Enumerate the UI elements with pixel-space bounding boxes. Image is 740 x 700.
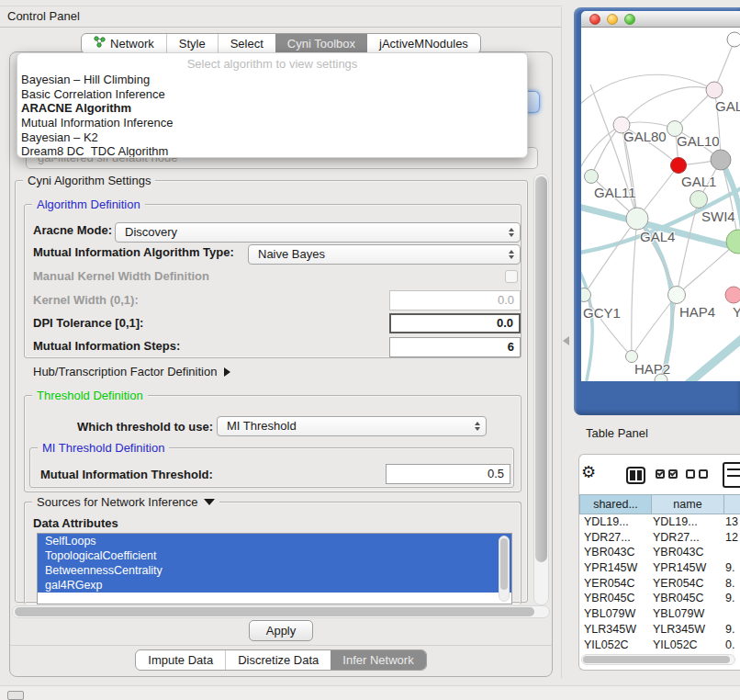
splitter-collapse-icon[interactable] xyxy=(563,336,569,345)
tab-style[interactable]: Style xyxy=(166,34,218,53)
net-node-label: GAL11 xyxy=(594,185,636,200)
net-node-gcy1[interactable] xyxy=(581,288,591,302)
gear-icon[interactable]: ⚙ xyxy=(581,462,596,482)
net-node[interactable] xyxy=(711,150,731,170)
tab-network[interactable]: Network xyxy=(82,34,166,53)
net-node-gal[interactable] xyxy=(706,82,723,98)
mi-algorithm-type-combobox[interactable]: Naive Bayes xyxy=(248,244,521,265)
spinner-icon xyxy=(509,228,514,237)
mi-threshold-field[interactable]: 0.5 xyxy=(386,464,510,484)
tab-label: Select xyxy=(230,34,263,53)
control-panel-title: Control Panel xyxy=(7,9,80,23)
settings-horizontal-scrollbar-thumb[interactable] xyxy=(15,607,534,616)
data-attributes-list[interactable]: SelfLoopsTopologicalCoefficientBetweenne… xyxy=(37,533,512,604)
table-cell xyxy=(723,545,739,560)
list-scrollbar[interactable] xyxy=(499,536,510,602)
table-document-icon[interactable] xyxy=(723,462,740,488)
aracne-mode-combobox[interactable]: Discovery xyxy=(115,222,521,243)
table-row[interactable]: YBL079WYBL079W xyxy=(579,606,739,622)
table-row[interactable]: YDL19...YDL19...13 xyxy=(579,514,739,530)
column-header[interactable]: name xyxy=(651,494,723,514)
table-cell: YER054C xyxy=(579,576,650,592)
minimize-traffic-light-icon[interactable] xyxy=(607,14,618,25)
network-canvas[interactable]: GALGAL80GAL10GAL1GAL11SWI4GAL4GCY1HAP4YH… xyxy=(581,28,740,381)
net-node-label: GAL1 xyxy=(681,174,716,189)
table-row[interactable]: YIL052CYIL052C0. xyxy=(579,638,739,653)
sources-title[interactable]: Sources for Network Inference xyxy=(32,495,219,509)
hub-definition-label: Hub/Transcription Factor Definition xyxy=(33,365,217,378)
net-node-label: Y xyxy=(733,304,740,320)
table-panel-title: Table Panel xyxy=(574,421,740,446)
table-cell: YBR045C xyxy=(650,591,723,606)
table-row[interactable]: YDR27...YDR27...12 xyxy=(579,530,739,546)
which-threshold-label: Which threshold to use: xyxy=(77,420,213,434)
table-cell: YLR345W xyxy=(650,622,723,638)
deselect-all-checkboxes-icon[interactable] xyxy=(686,469,708,479)
zoom-traffic-light-icon[interactable] xyxy=(624,14,635,25)
algorithm-option-bayesian-k2[interactable]: Bayesian – K2 xyxy=(17,130,527,145)
algorithm-option-aracne-algorithm[interactable]: ARACNE Algorithm xyxy=(17,101,527,116)
mi-steps-field[interactable]: 6 xyxy=(389,337,521,357)
net-node[interactable] xyxy=(727,32,740,47)
table-cell: YLR345W xyxy=(579,622,650,638)
column-header[interactable] xyxy=(723,494,740,514)
table-row[interactable]: YER054CYER054C8. xyxy=(579,576,739,592)
algorithm-option-bayesian-hill-climbing[interactable]: Bayesian – Hill Climbing xyxy=(17,73,527,87)
network-window-titlebar[interactable] xyxy=(581,11,740,28)
tab-select[interactable]: Select xyxy=(218,34,275,53)
algorithm-option-mutual-information-inference[interactable]: Mutual Information Inference xyxy=(17,116,527,130)
spinner-icon xyxy=(509,250,514,259)
select-all-checkboxes-icon[interactable] xyxy=(656,469,678,479)
attribute-item[interactable]: gal4RGexp xyxy=(38,578,511,593)
table-cell: 9. xyxy=(723,591,739,606)
net-node-swi4[interactable] xyxy=(690,191,708,209)
column-header[interactable]: shared... xyxy=(579,494,651,514)
net-node-hap4[interactable] xyxy=(668,287,686,304)
attribute-item[interactable]: SelfLoops xyxy=(38,534,511,548)
net-node-label: GAL xyxy=(715,98,740,114)
manual-kernel-width-checkbox[interactable] xyxy=(505,270,518,283)
net-node-gal1[interactable] xyxy=(671,158,687,174)
table-row[interactable]: YLR345WYLR345W9. xyxy=(579,622,739,638)
status-strip xyxy=(0,685,740,700)
which-threshold-combobox[interactable]: MI Threshold xyxy=(217,416,487,436)
table-cell xyxy=(723,606,739,622)
dock-icon[interactable] xyxy=(7,691,24,700)
tab-discretize-data[interactable]: Discretize Data xyxy=(225,650,331,670)
close-traffic-light-icon[interactable] xyxy=(589,14,600,25)
attribute-item[interactable]: TopologicalCoefficient xyxy=(38,548,511,563)
table-horizontal-scrollbar-thumb[interactable] xyxy=(583,656,730,663)
dpi-tolerance-field[interactable]: 0.0 xyxy=(389,313,521,333)
table-cell: 9. xyxy=(723,622,739,638)
net-node-gal4[interactable] xyxy=(626,208,648,230)
attribute-item[interactable]: BetweennessCentrality xyxy=(38,563,511,578)
settings-vertical-scrollbar-thumb[interactable] xyxy=(535,176,547,562)
table-row[interactable]: YBR045CYBR045C9. xyxy=(579,591,739,606)
table-cell: YBL079W xyxy=(579,606,650,622)
algorithm-option-dream8-dc-tdc-algorithm[interactable]: Dream8 DC_TDC Algorithm xyxy=(17,144,527,158)
table-cell: YBR045C xyxy=(579,591,650,606)
table-cell: YBL079W xyxy=(650,606,723,622)
aracne-mode-value: Discovery xyxy=(125,225,177,239)
tab-impute-data[interactable]: Impute Data xyxy=(136,650,225,670)
algorithm-option-basic-correlation-inference[interactable]: Basic Correlation Inference xyxy=(17,87,527,102)
column-view-icon[interactable] xyxy=(626,467,645,484)
sources-title-text: Sources for Network Inference xyxy=(37,495,198,509)
table-row[interactable]: YPR145WYPR145W9. xyxy=(579,560,739,576)
net-node-gal11[interactable] xyxy=(585,170,599,184)
tab-label: Network xyxy=(110,34,154,53)
apply-button[interactable]: Apply xyxy=(249,620,314,641)
algorithm-list: Bayesian – Hill ClimbingBasic Correlatio… xyxy=(17,73,527,158)
tab-infer-network[interactable]: Infer Network xyxy=(331,650,425,670)
table-header: shared...name xyxy=(579,494,740,514)
tab-cyni-toolbox[interactable]: Cyni Toolbox xyxy=(275,34,367,53)
which-threshold-value: MI Threshold xyxy=(227,419,297,433)
table-row[interactable]: YBR043CYBR043C xyxy=(579,545,739,560)
hub-definition-expander[interactable]: Hub/Transcription Factor Definition xyxy=(33,365,230,378)
kernel-width-field[interactable]: 0.0 xyxy=(389,290,521,310)
table-cell: YDL19... xyxy=(579,514,650,530)
tab-label: Infer Network xyxy=(342,650,413,670)
tab-label: jActiveMNodules xyxy=(379,34,468,53)
net-node-y[interactable] xyxy=(725,287,740,303)
tab-jactivemnodules[interactable]: jActiveMNodules xyxy=(367,34,480,53)
